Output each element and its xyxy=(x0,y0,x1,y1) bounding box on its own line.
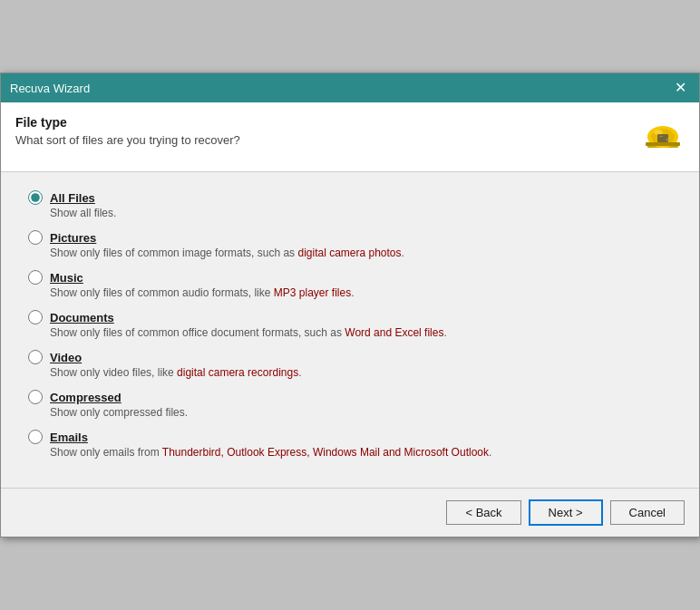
file-type-options: All Files Show all files. Pictures Show … xyxy=(28,190,672,470)
svg-rect-3 xyxy=(646,142,680,146)
radio-emails[interactable] xyxy=(28,430,43,444)
footer-section: < Back Next > Cancel xyxy=(1,489,699,537)
label-all-files[interactable]: All Files xyxy=(50,191,95,205)
radio-video[interactable] xyxy=(28,350,43,364)
desc-documents: Show only files of common office documen… xyxy=(50,326,672,339)
desc-compressed: Show only compressed files. xyxy=(50,406,672,419)
close-button[interactable]: ✕ xyxy=(671,81,690,95)
desc-video: Show only video files, like digital came… xyxy=(50,366,672,379)
label-music[interactable]: Music xyxy=(50,271,83,285)
header-text: File type What sort of files are you try… xyxy=(15,115,240,147)
header-subtitle: What sort of files are you trying to rec… xyxy=(15,133,240,147)
wizard-window: Recuva Wizard ✕ File type What sort of f… xyxy=(0,73,700,537)
recuva-icon xyxy=(643,117,683,157)
label-emails[interactable]: Emails xyxy=(50,431,88,444)
radio-all-files[interactable] xyxy=(28,190,43,205)
window-title: Recuva Wizard xyxy=(10,82,90,95)
radio-compressed[interactable] xyxy=(28,390,43,404)
option-pictures: Pictures Show only files of common image… xyxy=(28,230,672,259)
svg-point-7 xyxy=(666,139,669,141)
radio-documents[interactable] xyxy=(28,310,43,324)
option-music: Music Show only files of common audio fo… xyxy=(28,270,672,299)
next-button[interactable]: Next > xyxy=(529,499,603,526)
cancel-button[interactable]: Cancel xyxy=(610,500,685,525)
header-title: File type xyxy=(15,115,240,130)
radio-music[interactable] xyxy=(28,270,43,285)
svg-rect-5 xyxy=(657,134,668,142)
desc-all-files: Show all files. xyxy=(50,207,672,219)
label-compressed[interactable]: Compressed xyxy=(50,391,122,404)
radio-pictures[interactable] xyxy=(28,230,43,245)
back-button[interactable]: < Back xyxy=(446,500,520,525)
content-section: All Files Show all files. Pictures Show … xyxy=(1,172,699,489)
header-section: File type What sort of files are you try… xyxy=(1,102,699,172)
desc-pictures: Show only files of common image formats,… xyxy=(50,247,672,259)
option-compressed: Compressed Show only compressed files. xyxy=(28,390,672,419)
label-documents[interactable]: Documents xyxy=(50,311,114,324)
option-emails: Emails Show only emails from Thunderbird… xyxy=(28,430,672,459)
option-documents: Documents Show only files of common offi… xyxy=(28,310,672,339)
desc-music: Show only files of common audio formats,… xyxy=(50,286,672,299)
svg-rect-6 xyxy=(659,136,663,137)
header-icon-container xyxy=(641,115,685,159)
option-video: Video Show only video files, like digita… xyxy=(28,350,672,379)
title-bar: Recuva Wizard ✕ xyxy=(1,73,699,102)
desc-emails: Show only emails from Thunderbird, Outlo… xyxy=(50,446,672,459)
label-video[interactable]: Video xyxy=(50,351,82,364)
option-all-files: All Files Show all files. xyxy=(28,190,672,219)
label-pictures[interactable]: Pictures xyxy=(50,231,96,245)
